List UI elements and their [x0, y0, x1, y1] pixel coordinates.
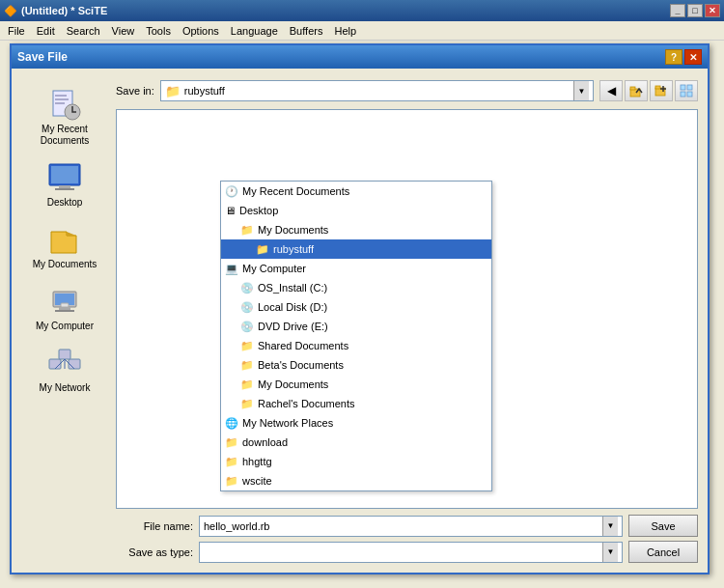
menu-help[interactable]: Help	[328, 23, 362, 39]
menu-buffers[interactable]: Buffers	[284, 23, 329, 39]
file-browser-area: 🕐 My Recent Documents 🖥 Desktop 📁 My Doc…	[116, 109, 698, 509]
dropdown-item-recent[interactable]: 🕐 My Recent Documents	[221, 182, 491, 201]
svg-rect-12	[55, 310, 74, 312]
toolbar: ◀	[599, 80, 698, 101]
app-title: (Untitled) * SciTE	[21, 5, 670, 16]
dropdown-item-shared-docs[interactable]: 📁 Shared Documents	[221, 336, 491, 355]
app-close-button[interactable]: ✕	[705, 4, 720, 17]
shortcut-mydocs[interactable]: My Documents	[21, 217, 108, 275]
svg-rect-2	[55, 98, 69, 100]
app-icon: 🔶	[4, 5, 17, 17]
app-maximize-button[interactable]: □	[687, 4, 703, 17]
savein-value: rubystuff	[184, 85, 570, 97]
new-folder-button[interactable]	[650, 80, 673, 101]
save-button[interactable]: Save	[628, 515, 698, 537]
dropdown-item-hhgttg[interactable]: 📁 hhgttg	[221, 452, 491, 471]
menu-search[interactable]: Search	[61, 23, 106, 39]
svg-rect-16	[59, 350, 70, 359]
dropdown-item-c-drive[interactable]: 💿 OS_Install (C:)	[221, 278, 491, 297]
dropdown-item-mydocs2[interactable]: 📁 My Documents	[221, 375, 491, 394]
shortcut-desktop[interactable]: Desktop	[21, 155, 108, 213]
savein-dropdown[interactable]: 🕐 My Recent Documents 🖥 Desktop 📁 My Doc…	[220, 181, 492, 491]
save-file-dialog: Save File ? ✕ My Recent Documen	[10, 43, 710, 574]
dialog-help-button[interactable]: ?	[665, 49, 682, 65]
dropdown-item-mydocs[interactable]: 📁 My Documents	[221, 220, 491, 239]
svg-rect-29	[687, 92, 692, 97]
my-computer-icon	[47, 284, 82, 319]
menu-edit[interactable]: Edit	[31, 23, 61, 39]
svg-rect-27	[687, 85, 692, 90]
bottom-controls: File name: hello_world.rb ▼ Save Save as…	[116, 515, 698, 563]
menu-tools[interactable]: Tools	[140, 23, 177, 39]
dropdown-item-mynetwork[interactable]: 🌐 My Network Places	[221, 413, 491, 433]
shortcuts-panel: My Recent Documents Desktop	[21, 78, 108, 563]
svg-rect-21	[630, 87, 635, 90]
dropdown-item-d-drive[interactable]: 💿 Local Disk (D:)	[221, 297, 491, 317]
menu-language[interactable]: Language	[225, 23, 284, 39]
filename-label: File name:	[116, 520, 193, 532]
shortcut-recent[interactable]: My Recent Documents	[21, 82, 108, 152]
shortcut-desktop-label: Desktop	[47, 197, 83, 209]
right-panel: Save in: 📁 rubystuff ▼ ◀	[116, 78, 698, 563]
dropdown-item-desktop[interactable]: 🖥 Desktop	[221, 201, 491, 220]
svg-rect-6	[51, 166, 78, 183]
dropdown-item-rachels-docs[interactable]: 📁 Rachel's Documents	[221, 394, 491, 413]
shortcut-mycomputer-label: My Computer	[36, 321, 94, 332]
back-button[interactable]: ◀	[599, 80, 623, 101]
savein-label: Save in:	[116, 85, 154, 97]
my-network-icon	[47, 346, 82, 380]
saveastype-dropdown-arrow[interactable]: ▼	[602, 543, 618, 562]
filename-value: hello_world.rb	[204, 520, 269, 532]
dialog-titlebar: Save File ? ✕	[12, 45, 708, 69]
cancel-button-container: Cancel	[628, 541, 698, 563]
dropdown-item-rubystuff[interactable]: 📁 rubystuff	[221, 239, 491, 259]
dialog-close-button[interactable]: ✕	[684, 49, 702, 65]
dropdown-item-betas-docs[interactable]: 📁 Beta's Documents	[221, 355, 491, 375]
svg-rect-26	[681, 85, 685, 90]
dropdown-item-mycomputer[interactable]: 💻 My Computer	[221, 259, 491, 278]
action-buttons: Save	[628, 515, 698, 537]
menu-file[interactable]: File	[2, 23, 31, 39]
saveastype-label: Save as type:	[116, 546, 193, 558]
shortcut-mydocs-label: My Documents	[33, 259, 97, 270]
shortcut-mynetwork[interactable]: My Network	[21, 341, 108, 399]
dialog-title: Save File	[17, 50, 663, 64]
savein-dropdown-arrow[interactable]: ▼	[573, 81, 589, 100]
menubar: File Edit Search View Tools Options Lang…	[0, 21, 724, 41]
svg-rect-28	[681, 92, 685, 97]
savein-combo[interactable]: 📁 rubystuff ▼	[160, 80, 594, 101]
svg-rect-3	[55, 102, 65, 104]
svg-rect-23	[655, 86, 660, 89]
cancel-button[interactable]: Cancel	[628, 541, 698, 563]
svg-rect-15	[69, 359, 80, 369]
up-folder-button[interactable]	[625, 80, 648, 101]
shortcut-mycomputer[interactable]: My Computer	[21, 279, 108, 337]
menu-options[interactable]: Options	[177, 23, 225, 39]
svg-rect-8	[55, 188, 74, 190]
shortcut-recent-label: My Recent Documents	[24, 124, 105, 147]
svg-rect-14	[49, 359, 61, 369]
view-options-button[interactable]	[675, 80, 698, 101]
app-minimize-button[interactable]: _	[670, 4, 685, 17]
folder-small-icon: 📁	[165, 84, 181, 98]
app-titlebar: 🔶 (Untitled) * SciTE _ □ ✕	[0, 0, 724, 21]
my-documents-icon	[47, 222, 82, 257]
shortcut-mynetwork-label: My Network	[40, 382, 91, 394]
dialog-body: My Recent Documents Desktop	[12, 69, 708, 573]
filename-input[interactable]: hello_world.rb ▼	[199, 516, 623, 537]
svg-rect-1	[55, 95, 67, 97]
saveastype-input[interactable]: ▼	[199, 542, 623, 563]
filename-dropdown-arrow[interactable]: ▼	[602, 517, 618, 536]
recent-documents-icon	[47, 87, 82, 122]
svg-rect-7	[59, 185, 70, 188]
menu-view[interactable]: View	[106, 23, 141, 39]
dropdown-item-wscite[interactable]: 📁 wscite	[221, 471, 491, 490]
filename-row: File name: hello_world.rb ▼ Save	[116, 515, 698, 537]
dropdown-item-e-drive[interactable]: 💿 DVD Drive (E:)	[221, 317, 491, 336]
dropdown-item-download[interactable]: 📁 download	[221, 433, 491, 452]
saveastype-row: Save as type: ▼ Cancel	[116, 541, 698, 563]
desktop-icon	[47, 160, 82, 195]
savein-bar: Save in: 📁 rubystuff ▼ ◀	[116, 78, 698, 103]
svg-rect-13	[61, 303, 69, 307]
